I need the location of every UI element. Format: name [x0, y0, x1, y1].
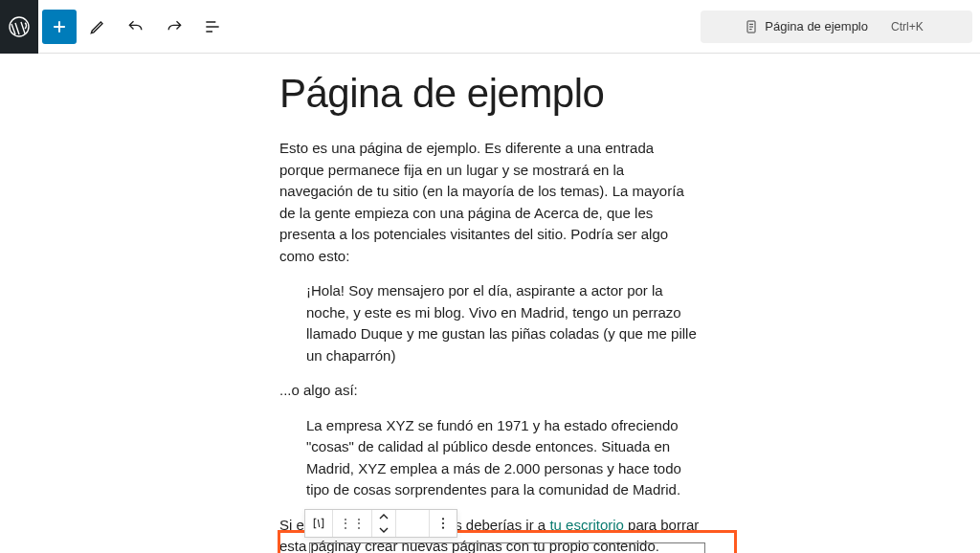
editor-top-toolbar: Página de ejemplo Ctrl+K: [0, 0, 980, 54]
wordpress-logo-icon: [8, 15, 31, 38]
add-block-button[interactable]: [42, 10, 77, 44]
quote-block-2[interactable]: La empresa XYZ se fundó en 1971 y ha est…: [279, 415, 701, 501]
redo-icon: [165, 17, 184, 36]
quote-2-text: La empresa XYZ se fundó en 1971 y ha est…: [306, 415, 701, 501]
undo-icon: [126, 17, 145, 36]
svg-point-3: [442, 522, 444, 524]
block-options-button[interactable]: [430, 510, 457, 537]
undo-button[interactable]: [119, 10, 153, 44]
document-overview-button[interactable]: [195, 10, 230, 44]
toolbar-gap: [396, 510, 430, 537]
intro-paragraph[interactable]: Esto es una página de ejemplo. Es difere…: [279, 138, 701, 267]
svg-point-4: [442, 527, 444, 529]
tools-button[interactable]: [80, 10, 115, 44]
page-selector-label: Página de ejemplo: [765, 19, 868, 33]
or-paragraph[interactable]: ...o algo así:: [279, 380, 701, 402]
move-up-button[interactable]: [376, 510, 391, 523]
list-icon: [203, 17, 222, 36]
page-title[interactable]: Página de ejemplo: [279, 71, 701, 117]
redo-button[interactable]: [157, 10, 191, 44]
keyboard-shortcut-label: Ctrl+K: [891, 20, 929, 33]
pencil-icon: [88, 17, 107, 36]
kebab-icon: [435, 516, 451, 531]
page-content: Página de ejemplo Esto es una página de …: [279, 71, 701, 553]
page-selector[interactable]: Página de ejemplo Ctrl+K: [701, 11, 972, 43]
move-down-button[interactable]: [376, 523, 391, 537]
svg-point-2: [442, 518, 444, 520]
plus-icon: [50, 17, 69, 36]
block-type-button[interactable]: [305, 510, 333, 537]
drag-handle[interactable]: ⋮⋮: [333, 510, 372, 537]
page-icon: [744, 19, 759, 34]
shortcode-block[interactable]: Shortcode [delete_account]: [309, 542, 705, 553]
wordpress-logo-button[interactable]: [0, 0, 38, 54]
quote-block-1[interactable]: ¡Hola! Soy mensajero por el día, aspiran…: [279, 280, 701, 366]
drag-icon: ⋮⋮: [339, 517, 366, 530]
editor-canvas[interactable]: Página de ejemplo Esto es una página de …: [0, 54, 980, 553]
move-buttons: [372, 510, 396, 537]
block-toolbar: ⋮⋮: [304, 509, 457, 538]
quote-1-text: ¡Hola! Soy mensajero por el día, aspiran…: [306, 280, 701, 366]
shortcode-icon: [311, 516, 326, 531]
